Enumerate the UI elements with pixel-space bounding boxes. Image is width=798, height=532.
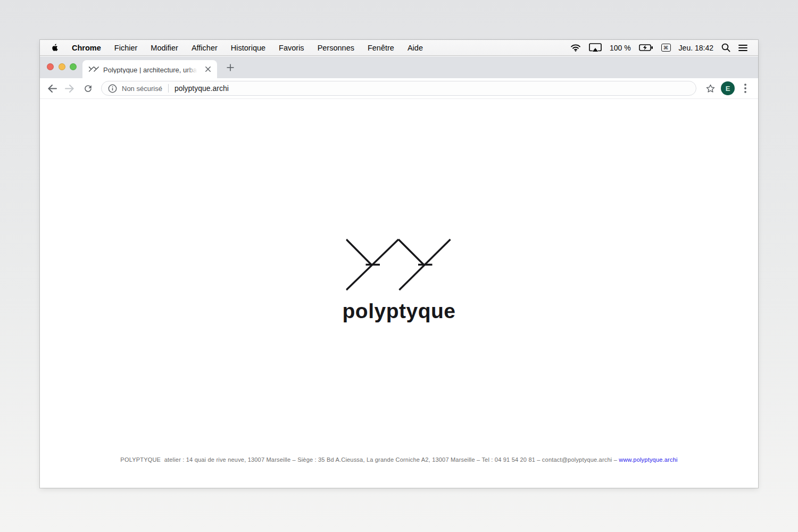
spotlight-search-icon[interactable]: [721, 43, 730, 52]
footer-text: POLYPTYQUE atelier : 14 quai de rive neu…: [120, 456, 619, 463]
profile-avatar[interactable]: E: [721, 81, 735, 95]
window-close-button[interactable]: [47, 63, 54, 70]
page-info-icon[interactable]: [108, 84, 117, 93]
tab-close-icon[interactable]: [203, 64, 213, 74]
tab-strip: Polyptyque | architecture, urba: [40, 56, 758, 78]
menubar-item-personnes[interactable]: Personnes: [318, 44, 354, 52]
menubar-item-chrome[interactable]: Chrome: [72, 44, 101, 52]
screen-mirroring-icon[interactable]: [589, 43, 602, 52]
notification-center-icon[interactable]: [738, 44, 747, 52]
menubar-item-historique[interactable]: Historique: [231, 44, 265, 52]
site-logo: polyptyque: [342, 238, 455, 323]
browser-toolbar: Non sécurisé polyptyque.archi E: [40, 78, 758, 99]
url-text[interactable]: polyptyque.archi: [174, 84, 229, 93]
battery-percent-label: 100 %: [610, 44, 631, 52]
keyboard-input-icon[interactable]: ⌘: [661, 44, 671, 52]
window-zoom-button[interactable]: [70, 63, 77, 70]
browser-menu-icon[interactable]: [739, 82, 752, 95]
webpage-viewport: polyptyque POLYPTYQUE atelier : 14 quai …: [40, 99, 758, 488]
wifi-icon[interactable]: [570, 44, 581, 52]
menubar-item-fichier[interactable]: Fichier: [114, 44, 138, 52]
apple-menu-icon[interactable]: [51, 43, 58, 52]
menubar-clock[interactable]: Jeu. 18:42: [679, 44, 713, 52]
menubar-item-fenetre[interactable]: Fenêtre: [368, 44, 394, 52]
polyptyque-logo-mark: [346, 238, 452, 292]
security-status-label[interactable]: Non sécurisé: [122, 85, 162, 93]
battery-charging-icon: [639, 44, 653, 51]
browser-window: Chrome Fichier Modifier Afficher Histori…: [40, 40, 758, 488]
reload-button[interactable]: [81, 82, 94, 95]
menubar-item-favoris[interactable]: Favoris: [279, 44, 304, 52]
menubar-item-aide[interactable]: Aide: [408, 44, 423, 52]
omnibox-separator: [168, 84, 169, 93]
footer-contact-line: POLYPTYQUE atelier : 14 quai de rive neu…: [40, 456, 758, 463]
address-bar[interactable]: Non sécurisé polyptyque.archi: [101, 81, 696, 96]
new-tab-button[interactable]: [223, 60, 238, 75]
back-button[interactable]: [45, 82, 58, 95]
polyptyque-wordmark: polyptyque: [342, 300, 455, 323]
forward-button[interactable]: [63, 82, 76, 95]
site-favicon-icon: [89, 66, 99, 72]
window-minimize-button[interactable]: [59, 63, 65, 70]
macos-menubar: Chrome Fichier Modifier Afficher Histori…: [40, 40, 758, 56]
tab-title: Polyptyque | architecture, urba: [103, 66, 197, 73]
footer-link[interactable]: www.polyptyque.archi: [619, 456, 677, 463]
menubar-item-afficher[interactable]: Afficher: [192, 44, 218, 52]
menubar-item-modifier[interactable]: Modifier: [151, 44, 178, 52]
active-tab[interactable]: Polyptyque | architecture, urba: [82, 60, 217, 78]
bookmark-star-icon[interactable]: [704, 82, 717, 95]
